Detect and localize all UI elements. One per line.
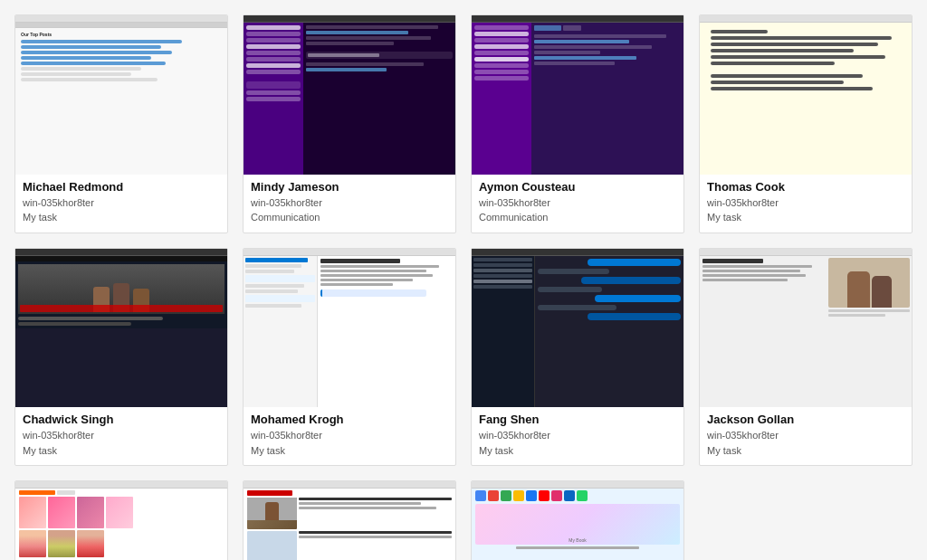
card-name: Jackson Gollan [707, 413, 904, 426]
card-host: win-035khor8ter [23, 195, 220, 211]
card-info: Thomas Cook win-035khor8ter My task [700, 175, 912, 233]
card-name: Michael Redmond [23, 180, 220, 194]
card-aymon-cousteau[interactable]: Aymon Cousteau win-035khor8ter Communica… [471, 14, 684, 233]
screen-thumbnail [244, 249, 455, 408]
card-task: My task [707, 210, 904, 225]
screen-thumbnail [700, 15, 912, 175]
card-task: Communication [479, 210, 676, 225]
card-name: Aymon Cousteau [479, 180, 676, 194]
card-name: Mohamed Krogh [251, 413, 448, 426]
card-info: Mohamed Krogh win-035khor8ter My task [244, 407, 455, 465]
screen-thumbnail [15, 481, 227, 560]
card-mohamed-krogh[interactable]: Mohamed Krogh win-035khor8ter My task [243, 248, 456, 467]
card-name: Mindy Jameson [251, 180, 448, 194]
card-info: Fang Shen win-035khor8ter My task [472, 407, 683, 465]
screen-thumbnail [244, 15, 455, 175]
card-thomas-cook[interactable]: Thomas Cook win-035khor8ter My task [699, 14, 913, 233]
card-host: win-035khor8ter [479, 195, 676, 211]
card-task: My task [707, 443, 904, 459]
card-task: Communication [251, 210, 448, 225]
card-jackson-gollan[interactable]: Jackson Gollan win-035khor8ter My task [699, 248, 913, 467]
card-info: Michael Redmond win-035khor8ter My task [15, 175, 227, 233]
card-mindy-jameson[interactable]: Mindy Jameson win-035khor8ter Communicat… [243, 14, 456, 233]
screen-thumbnail [700, 249, 912, 408]
card-ellis-hart[interactable]: My Book Ellis Hart win-035khor8ter My ta… [471, 480, 684, 560]
card-info: Mindy Jameson win-035khor8ter Communicat… [244, 175, 455, 233]
card-chadwick-singh[interactable]: Chadwick Singh win-035khor8ter My task [14, 248, 228, 467]
card-task: My task [23, 210, 220, 225]
card-name: Thomas Cook [707, 180, 904, 194]
card-host: win-035khor8ter [479, 428, 676, 443]
card-host: win-035khor8ter [707, 195, 904, 211]
card-name: Chadwick Singh [23, 413, 220, 426]
screen-thumbnail [472, 15, 683, 175]
card-michael-redmond[interactable]: Our Top Posts Michael Redmond win-035kho… [14, 14, 228, 233]
card-host: win-035khor8ter [251, 428, 448, 443]
screen-thumbnail: My Book [472, 481, 683, 560]
card-info: Jackson Gollan win-035khor8ter My task [700, 407, 912, 465]
screen-thumbnail: Our Top Posts [15, 15, 227, 175]
card-task: My task [251, 443, 448, 459]
screen-thumbnail [15, 249, 227, 408]
card-task: My task [23, 443, 220, 459]
card-host: win-035khor8ter [23, 428, 220, 443]
card-host: win-035khor8ter [251, 195, 448, 211]
card-name: Fang Shen [479, 413, 676, 426]
card-fang-shen[interactable]: Fang Shen win-035khor8ter My task [471, 248, 684, 467]
card-task: My task [479, 443, 676, 459]
card-info: Chadwick Singh win-035khor8ter My task [15, 407, 227, 465]
card-host: win-035khor8ter [707, 428, 904, 443]
screen-thumbnail [472, 249, 683, 408]
screen-thumbnail [244, 481, 455, 560]
card-info: Aymon Cousteau win-035khor8ter Communica… [472, 175, 683, 233]
card-tia-sanders[interactable]: Tia Sanders win-035khor8ter My task [243, 480, 456, 560]
card-cheryl-guillen[interactable]: Cheryl Guillen win-035khor8ter Communica… [14, 480, 228, 560]
